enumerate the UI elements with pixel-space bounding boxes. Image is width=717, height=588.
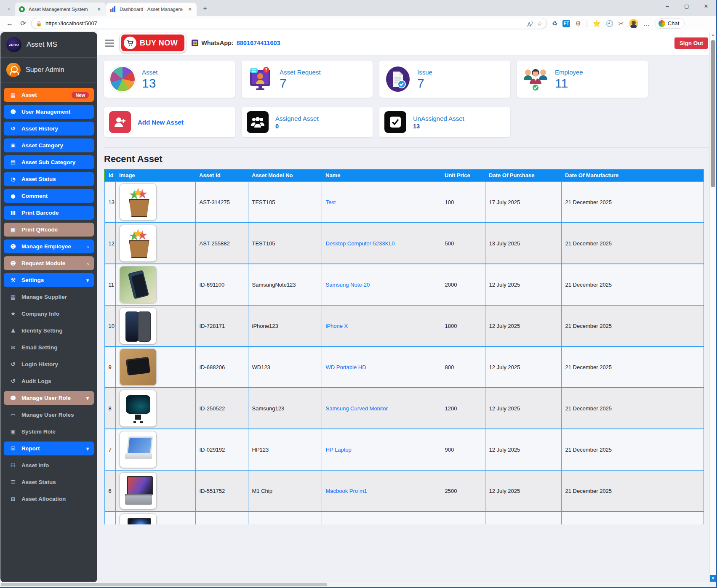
cell-purchase-date: 13 July 2025 — [485, 223, 561, 264]
add-new-asset-card[interactable]: Add New Asset — [104, 107, 235, 137]
sidebar-item-system-role[interactable]: ▣System Role — [4, 425, 94, 439]
quick-value: 13 — [413, 123, 464, 130]
cell-purchase-date: 17 July 2025 — [485, 181, 561, 223]
history-icon[interactable]: 🕘 — [606, 20, 614, 27]
sidebar-item-manage-user-role[interactable]: ☻Manage User Role▾ — [4, 391, 94, 405]
sidebar-item-label: Manage User Role — [21, 395, 82, 401]
sidebar-item-asset-allocation[interactable]: ⊞Asset Allocation — [4, 492, 94, 506]
laptop-silver-image — [120, 431, 157, 468]
stat-label: Asset Request — [280, 69, 321, 76]
sidebar-item-print-barcode[interactable]: ⅢPrint Barcode — [4, 206, 94, 220]
id-card-icon: ▤ — [9, 159, 17, 165]
web-capture-icon[interactable]: ✂ — [618, 20, 624, 27]
collections-icon[interactable]: ⭐ — [593, 20, 601, 27]
stat-card-issue[interactable]: Issue 7 — [379, 61, 510, 98]
stat-card-asset-request[interactable]: ? Asset Request 7 — [242, 61, 373, 98]
read-aloud-icon[interactable]: A) — [527, 19, 533, 28]
sidebar-item-request-module[interactable]: ☻Request Module‹ — [4, 256, 94, 270]
lock-icon: 🔒 — [36, 21, 42, 27]
sidebar-item-report[interactable]: ⛁Report▾ — [4, 442, 94, 455]
scrollbar-thumb[interactable] — [1, 583, 327, 586]
asset-name-link[interactable]: WD Portable HD — [326, 364, 366, 370]
cell-price: 100 — [441, 181, 485, 223]
whatsapp-number-link[interactable]: 8801674411603 — [237, 40, 280, 46]
favorite-star-icon[interactable]: ☆ — [537, 20, 542, 27]
tab-close-icon[interactable]: ✕ — [187, 6, 193, 13]
maximize-button[interactable]: ▢ — [677, 0, 696, 13]
assigned-asset-card[interactable]: Assigned Asset 0 — [242, 107, 373, 137]
extension-ft-icon[interactable]: FT — [562, 20, 570, 27]
asset-name-link[interactable]: Macbook Pro m1 — [326, 488, 367, 494]
window-controls: – ▢ ✕ — [658, 0, 716, 16]
sidebar-item-settings[interactable]: ⚒Settings▾ — [4, 273, 94, 287]
sidebar-item-email-setting[interactable]: ✉Email Setting — [4, 341, 94, 354]
cell-price: 1800 — [441, 305, 485, 346]
unassigned-asset-card[interactable]: UnAssigned Asset 13 — [379, 107, 510, 137]
sidebar-item-label: Asset Allocation — [21, 496, 89, 502]
scroll-down-icon[interactable]: ▼ — [710, 575, 716, 582]
chevron-left-icon: ‹ — [87, 244, 89, 250]
stat-card-employee[interactable]: Employee 11 — [517, 61, 648, 98]
address-bar[interactable]: 🔒 A) ☆ — [31, 18, 547, 29]
new-tab-button[interactable]: + — [200, 3, 211, 14]
horizontal-scrollbar[interactable] — [0, 582, 709, 587]
tab-search-chevron-icon[interactable]: ⌄ — [3, 3, 14, 13]
people-check-icon — [522, 66, 549, 93]
brand: ZERO Asset MS — [0, 32, 97, 58]
settings-more-icon[interactable]: … — [643, 20, 650, 27]
close-button[interactable]: ✕ — [696, 0, 716, 13]
asset-name-link[interactable]: Samsung Note-20 — [326, 282, 370, 288]
refresh-icon[interactable]: ⟳ — [18, 18, 29, 29]
minimize-button[interactable]: – — [658, 0, 677, 13]
vertical-scrollbar[interactable]: ▲ ▼ — [709, 32, 716, 582]
person-plus-icon — [109, 111, 131, 133]
sidebar-item-audit-logs[interactable]: ↺Audit Logs — [4, 374, 94, 388]
profile-avatar[interactable] — [629, 19, 638, 28]
sidebar-item-print-qrcode[interactable]: ▦Print QRcode — [4, 223, 94, 237]
browser-essentials-icon[interactable]: ♻ — [552, 20, 557, 27]
sidebar-item-identity-setting[interactable]: ♟Identity Setting — [4, 324, 94, 338]
table-row: 13AST-314275TEST105Test10017 July 202521… — [104, 181, 704, 223]
cell-model: iPhone123 — [248, 305, 322, 346]
sign-out-button[interactable]: Sign Out — [674, 37, 708, 49]
stat-card-asset[interactable]: Asset 13 — [104, 61, 235, 98]
tab-asset-management[interactable]: Asset Management System - Comp ✕ — [15, 3, 106, 16]
green-app-favicon — [19, 6, 25, 13]
asset-name-link[interactable]: iPhone X — [326, 323, 348, 329]
asset-name-link[interactable]: Desktop Computer 5233KL0 — [326, 240, 395, 247]
sidebar-item-asset-category[interactable]: ▣Asset Category — [4, 138, 94, 152]
sidebar-item-manage-supplier[interactable]: ▦Manage Supplier — [4, 290, 94, 304]
asset-name-link[interactable]: HP Laptop — [326, 447, 352, 453]
sidebar-item-company-info[interactable]: ★Company Info — [4, 307, 94, 321]
back-icon[interactable]: ← — [4, 18, 15, 29]
sidebar-item-asset-status[interactable]: ☰Asset Status — [4, 475, 94, 489]
cell-price: 1200 — [441, 388, 485, 429]
menu-toggle-icon[interactable] — [105, 40, 114, 47]
sidebar-item-manage-user-roles[interactable]: ▭Manage User Roles — [4, 408, 94, 422]
scroll-up-icon[interactable]: ▲ — [710, 32, 716, 38]
sidebar-item-manage-employee[interactable]: ☻Manage Employee‹ — [4, 239, 94, 253]
scrollbar-thumb[interactable] — [711, 40, 715, 187]
sidebar-item-asset-info[interactable]: ⛁Asset Info — [4, 458, 94, 472]
copilot-chat-button[interactable]: Chat — [655, 19, 685, 29]
sidebar-item-login-history[interactable]: ↺Login History — [4, 357, 94, 371]
url-input[interactable] — [45, 20, 524, 27]
asset-name-link[interactable]: Samsung Curved Monitor — [326, 405, 388, 412]
sidebar-item-asset-history[interactable]: ↺Asset History — [4, 122, 94, 136]
extensions-puzzle-icon[interactable]: ⚙ — [575, 20, 581, 27]
cell-image — [115, 388, 195, 429]
tab-dashboard[interactable]: Dashboard - Asset Management S ✕ — [106, 3, 197, 16]
sidebar-item-user-management[interactable]: ☻User Management — [4, 105, 94, 119]
stat-value: 7 — [417, 77, 432, 90]
sidebar-item-comment[interactable]: ●Comment — [4, 189, 94, 203]
sidebar-item-asset-sub-category[interactable]: ▤Asset Sub Category — [4, 155, 94, 169]
stat-value: 13 — [142, 77, 158, 90]
sidebar-item-label: Asset — [21, 92, 67, 98]
tab-close-icon[interactable]: ✕ — [96, 6, 102, 13]
sidebar-item-asset-status[interactable]: ◔Asset Status — [4, 172, 94, 186]
sidebar-item-label: Settings — [21, 277, 82, 283]
asset-name-link[interactable]: Test — [326, 199, 336, 205]
sidebar-item-asset[interactable]: ▦AssetNew — [4, 88, 94, 102]
history-icon: ↺ — [9, 125, 17, 132]
buy-now-button[interactable]: BUY NOW — [120, 33, 186, 53]
